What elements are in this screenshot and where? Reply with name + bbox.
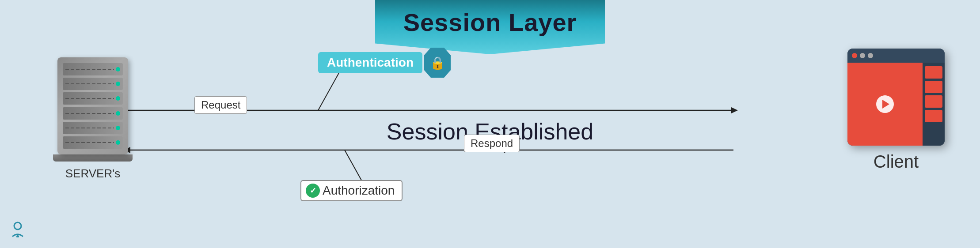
server-container: SERVER's [53,57,133,180]
browser-main [847,63,923,146]
page-title: Session Layer [403,8,577,36]
browser-content [847,63,945,146]
server-unit [63,92,123,105]
server-unit [63,107,123,120]
server-rack [57,57,128,154]
browser-maximize-dot [868,53,873,58]
browser-titlebar [847,49,945,63]
server-unit [63,63,123,75]
browser-sidebar [923,63,945,146]
server-unit [63,78,123,90]
sidebar-bar [925,81,942,93]
server-unit [63,122,123,134]
client-label: Client [874,152,919,172]
server-unit [63,136,123,149]
server-label: SERVER's [65,167,120,180]
sidebar-bar [925,110,942,122]
lock-icon: 🔒 [430,56,445,70]
svg-marker-2 [731,107,738,113]
svg-point-8 [16,235,19,237]
browser-minimize-dot [860,53,865,58]
respond-label: Respond [464,135,520,152]
play-button [876,95,894,113]
play-icon [882,100,889,109]
check-circle-icon: ✓ [306,184,320,198]
logo [9,220,27,241]
client-container: Client [847,49,945,172]
authentication-label: Authentication [318,52,422,73]
browser-close-dot [852,53,857,58]
browser-window [847,49,945,146]
header-banner: Session Layer [375,0,605,54]
sidebar-bar [925,95,942,108]
sidebar-bar [925,66,942,79]
server-base [53,154,133,162]
authentication-lock-icon: 🔒 [424,48,451,78]
authorization-label: Authorization [323,184,395,198]
authentication-badge: Authentication 🔒 [318,48,451,78]
authorization-badge: ✓ Authorization [300,180,403,201]
request-label: Request [194,96,247,114]
svg-point-7 [14,222,21,229]
